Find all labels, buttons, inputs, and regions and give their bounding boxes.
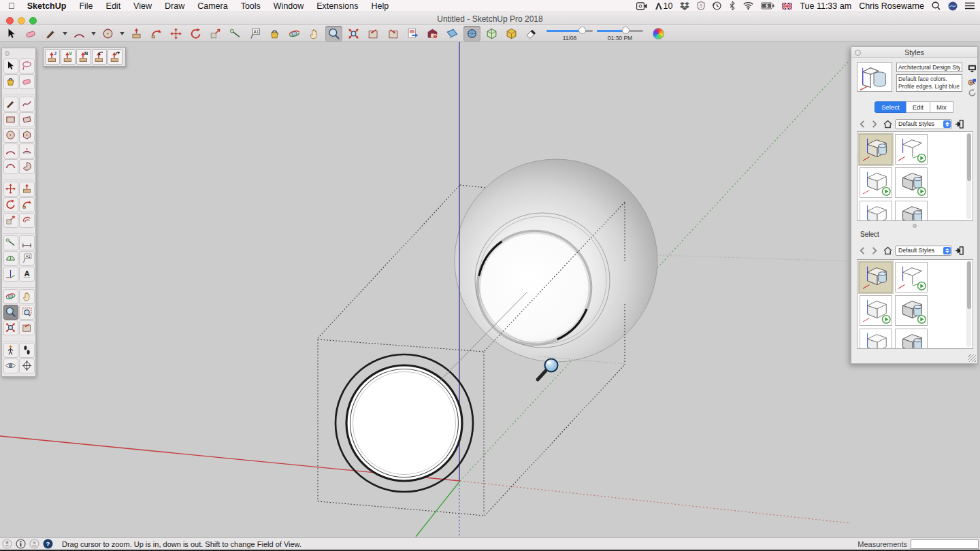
- dropdown-stepper[interactable]: [943, 247, 951, 254]
- pan-tool[interactable]: [306, 26, 323, 41]
- shadow-date-slider[interactable]: 11/08: [545, 26, 594, 41]
- palette-rotated-rectangle-tool[interactable]: [19, 112, 35, 127]
- forward-arrow-icon[interactable]: [870, 120, 879, 129]
- style-description[interactable]: Default face colors. Profile edges. Ligh…: [896, 74, 962, 92]
- menu-sketchup[interactable]: SketchUp: [27, 1, 67, 11]
- back-edges-button[interactable]: [463, 26, 480, 41]
- palette-paint-bucket-tool[interactable]: [3, 74, 19, 89]
- style-edit-icon[interactable]: [967, 77, 977, 86]
- extrude-back-button[interactable]: [92, 49, 107, 65]
- palette-select-tool[interactable]: [3, 59, 19, 73]
- battery-icon[interactable]: [761, 1, 774, 12]
- palette-three-point-arc-tool[interactable]: [3, 159, 19, 174]
- geolocation-icon[interactable]: [2, 539, 12, 549]
- palette-walk-tool[interactable]: [19, 343, 35, 358]
- back-arrow-icon[interactable]: [858, 120, 867, 129]
- user-menu[interactable]: Chris Rosewarne: [859, 1, 924, 11]
- palette-push-pull-tool[interactable]: [19, 182, 35, 197]
- palette-orbit-tool[interactable]: [3, 289, 19, 304]
- styles-scrollbar[interactable]: [966, 133, 971, 219]
- menu-tools[interactable]: Tools: [241, 1, 261, 11]
- shadow-time-slider[interactable]: 01:30 PM: [595, 26, 644, 41]
- screen-record-icon[interactable]: [636, 1, 647, 12]
- styles-collection-dropdown[interactable]: Default Styles: [895, 119, 952, 129]
- line-tool[interactable]: [42, 26, 59, 41]
- palette-dimension-tool[interactable]: [19, 235, 35, 250]
- ring-object[interactable]: [336, 354, 473, 492]
- palette-rectangle-tool[interactable]: [3, 112, 19, 127]
- apple-menu-icon[interactable]: : [8, 1, 15, 11]
- style-thumbnail-1[interactable]: [860, 262, 892, 293]
- select-tool[interactable]: [3, 26, 20, 41]
- circle-tool[interactable]: [99, 26, 116, 41]
- style-thumbnail-3[interactable]: [860, 167, 892, 198]
- text-tool[interactable]: A1: [246, 26, 263, 41]
- palette-tape-measure-tool[interactable]: [3, 235, 19, 250]
- joint-push-pull-button[interactable]: J: [45, 49, 60, 65]
- palette-previous-view-tool[interactable]: [19, 320, 35, 335]
- style-thumbnail-2[interactable]: [895, 134, 928, 165]
- wifi-icon[interactable]: [743, 1, 753, 12]
- menu-camera[interactable]: Camera: [197, 1, 227, 11]
- palette-position-camera-tool[interactable]: [3, 343, 19, 358]
- extrude-forward-button[interactable]: [108, 49, 122, 65]
- style-detail-arrow-icon[interactable]: [955, 246, 964, 255]
- menu-window[interactable]: Window: [274, 1, 304, 11]
- circle-tool-dropdown-caret[interactable]: [119, 26, 125, 41]
- help-icon[interactable]: ?: [43, 539, 53, 549]
- vector-push-pull-button[interactable]: V: [61, 49, 76, 65]
- forward-arrow-icon[interactable]: [870, 246, 879, 255]
- arc-tool[interactable]: [71, 26, 88, 41]
- style-thumbnail-2[interactable]: [895, 262, 928, 293]
- tape-measure-tool[interactable]: [227, 26, 244, 41]
- color-wheel-button[interactable]: [650, 26, 667, 41]
- window-title-bar[interactable]: Untitled - SketchUp Pro 2018: [0, 12, 980, 25]
- style-thumbnail-4[interactable]: [895, 295, 928, 326]
- palette-threed-text-tool[interactable]: A: [19, 267, 35, 282]
- rotate-tool[interactable]: [187, 26, 204, 41]
- normal-push-pull-button[interactable]: N: [76, 49, 91, 65]
- palette-follow-me-tool[interactable]: [19, 197, 35, 212]
- dropbox-icon[interactable]: [680, 1, 689, 12]
- style-thumbnail-1[interactable]: [860, 134, 892, 165]
- back-arrow-icon[interactable]: [858, 246, 867, 255]
- palette-offset-tool[interactable]: [19, 213, 35, 228]
- palette-circle-tool[interactable]: [3, 128, 19, 143]
- move-tool[interactable]: [167, 26, 184, 41]
- follow-me-tool[interactable]: [148, 26, 165, 41]
- palette-polygon-tool[interactable]: [19, 128, 35, 143]
- bluetooth-audio-icon[interactable]: [729, 1, 736, 12]
- paint-bucket-tool[interactable]: [266, 26, 283, 41]
- dropdown-stepper[interactable]: [943, 120, 951, 128]
- menu-help[interactable]: Help: [371, 1, 389, 11]
- style-thumbnail-3[interactable]: [860, 295, 892, 326]
- palette-arc-tool[interactable]: [3, 144, 19, 158]
- palette-lasso-tool[interactable]: [19, 59, 35, 73]
- styles-scrollbar[interactable]: [966, 261, 971, 347]
- refresh-style-icon[interactable]: [967, 88, 977, 97]
- styles-panel-close-button[interactable]: [855, 50, 861, 56]
- palette-zoom-extents-tool[interactable]: [3, 320, 19, 335]
- palette-two-point-arc-tool[interactable]: [19, 144, 35, 158]
- siri-icon[interactable]: [948, 1, 958, 12]
- menu-bar-clock[interactable]: Tue 11:33 am: [800, 1, 851, 11]
- palette-zoom-window-tool[interactable]: [19, 305, 35, 320]
- line-tool-dropdown-caret[interactable]: [62, 26, 68, 41]
- input-language-flag-icon[interactable]: [782, 1, 792, 12]
- home-icon[interactable]: [883, 246, 892, 255]
- adobe-cc-icon[interactable]: 10: [655, 1, 672, 12]
- measurements-input[interactable]: [911, 539, 979, 549]
- previous-view-button[interactable]: [365, 26, 382, 41]
- palette-section-plane-tool[interactable]: [19, 358, 35, 373]
- panel-section-divider[interactable]: [851, 222, 977, 229]
- scale-tool[interactable]: [207, 26, 224, 41]
- palette-freehand-tool[interactable]: [19, 97, 35, 112]
- xray-mode-button[interactable]: [483, 26, 500, 41]
- palette-line-tool[interactable]: [3, 97, 19, 112]
- style-detail-arrow-icon[interactable]: [955, 120, 964, 129]
- styles-tab-select[interactable]: Select: [875, 101, 906, 113]
- palette-protractor-tool[interactable]: [3, 251, 19, 266]
- credits-icon[interactable]: [16, 539, 26, 549]
- styles-tab-edit[interactable]: Edit: [906, 101, 930, 113]
- home-icon[interactable]: [883, 120, 892, 129]
